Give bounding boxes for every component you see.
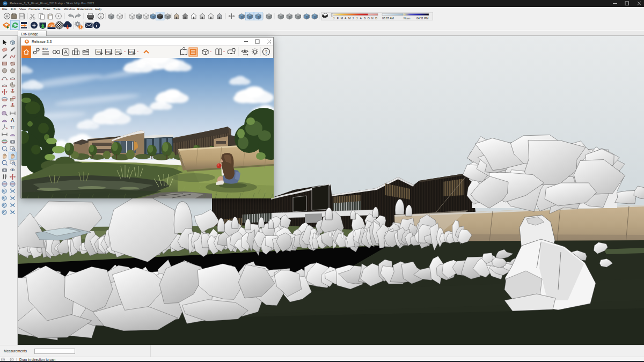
svg-text:04:51 PM: 04:51 PM <box>416 17 428 20</box>
svg-text:A: A <box>360 17 362 20</box>
svg-text:J: J <box>356 17 357 20</box>
svg-text:Noon: Noon <box>404 17 411 20</box>
svg-text:M: M <box>348 17 350 20</box>
svg-text:J: J <box>352 17 354 20</box>
svg-text:?: ? <box>265 49 268 55</box>
svg-text:A: A <box>345 17 347 20</box>
svg-text:M: M <box>341 17 343 20</box>
svg-text:D: D <box>375 17 377 20</box>
svg-text:J: J <box>333 17 335 20</box>
svg-text:PAN: PAN <box>106 51 111 54</box>
svg-text:F: F <box>337 17 339 20</box>
svg-text:S: S <box>364 17 366 20</box>
svg-text:08:37 AM: 08:37 AM <box>382 17 394 20</box>
svg-text:A: A <box>11 117 14 123</box>
svg-text:O: O <box>368 17 370 20</box>
svg-text:BIM: BIM <box>42 47 48 50</box>
svg-text:EXE: EXE <box>129 51 134 54</box>
svg-text:IMG: IMG <box>97 51 101 54</box>
svg-text:T: T <box>12 125 15 130</box>
svg-text:N: N <box>371 17 374 20</box>
svg-text:360: 360 <box>116 51 120 54</box>
